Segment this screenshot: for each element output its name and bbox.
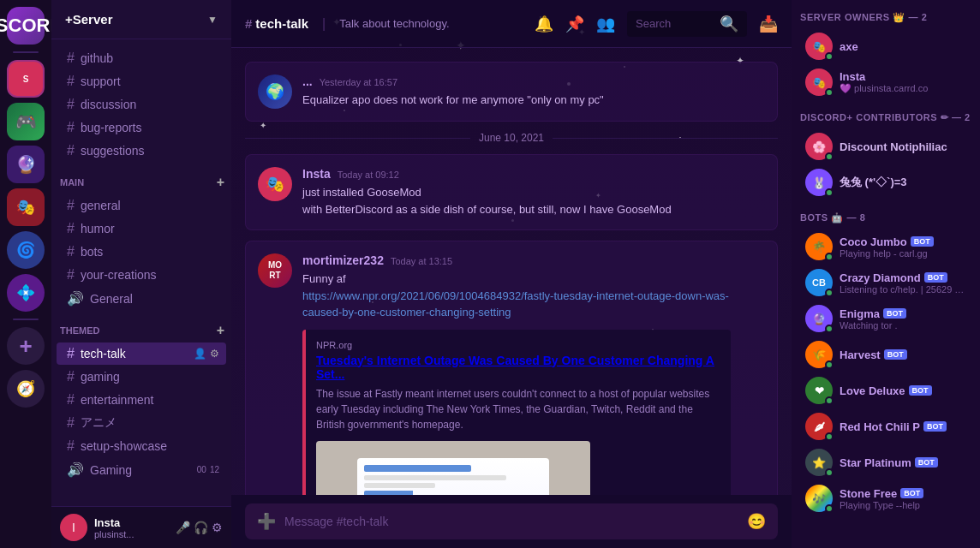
hash-icon: # — [67, 438, 75, 454]
message-body-2: Insta Today at 09:12 just installed Goos… — [302, 167, 765, 217]
screen-bar-1 — [364, 465, 471, 472]
member-item-enigma[interactable]: 🔮 Enigma BOT Watching tor . — [797, 301, 975, 336]
server-icon-6[interactable]: 💠 — [7, 274, 45, 312]
server-header[interactable]: +Server ▼ — [51, 0, 231, 39]
hash-icon: # — [67, 267, 75, 283]
bot-badge-harvest: BOT — [884, 349, 907, 360]
channel-item-github[interactable]: # github — [57, 47, 226, 69]
date-separator: June 10, 2021 — [245, 132, 778, 144]
channel-item-gaming[interactable]: # gaming — [57, 366, 226, 388]
channel-item-general[interactable]: # general — [57, 194, 226, 217]
channel-item-gaming-voice[interactable]: 🔊 Gaming 00 12 — [57, 458, 226, 481]
members-icon[interactable]: 👤 — [194, 348, 206, 360]
pin-icon[interactable]: 📌 — [565, 15, 584, 33]
member-item-star-platinum[interactable]: ⭐ Star Platinum BOT — [797, 445, 975, 480]
category-main-label: main — [60, 177, 84, 188]
server-icon-2[interactable]: 🎮 — [7, 103, 45, 140]
search-input[interactable] — [636, 17, 714, 30]
member-info-love: Love Deluxe BOT — [840, 384, 966, 397]
user-area: I Insta plusinst... 🎤 🎧 ⚙ — [51, 506, 231, 548]
channel-name-general: general — [81, 199, 121, 212]
bell-icon[interactable]: 🔔 — [535, 15, 553, 33]
member-item-stone-free[interactable]: 🎶 Stone Free BOT Playing Type --help — [797, 481, 975, 515]
member-status-stone: Playing Type --help — [840, 500, 966, 510]
member-name-insta: Insta — [840, 70, 966, 83]
member-item-crazy-diamond[interactable]: CB Crazy Diamond BOT Listening to c/help… — [797, 265, 975, 300]
message-body-3: mortimizer232 Today at 13:15 Funny af ht… — [302, 253, 765, 495]
online-indicator-12 — [825, 504, 834, 513]
add-attachment-icon[interactable]: ➕ — [257, 512, 276, 531]
member-name-coco: Coco Jumbo — [840, 235, 907, 248]
settings-icon[interactable]: ⚙ — [212, 521, 223, 534]
member-item-discount[interactable]: 🌸 Discount Notiphiliac — [797, 129, 975, 164]
discord-plus-icon[interactable]: DISCORD+ — [7, 7, 45, 45]
message-input[interactable] — [284, 515, 738, 528]
message-text-3: Funny af https://www.npr.org/2021/06/09/… — [302, 271, 765, 321]
server-icon-4[interactable]: 🎭 — [7, 188, 45, 226]
server-icon-1[interactable]: S — [7, 60, 45, 98]
mic-icon[interactable]: 🎤 — [176, 521, 190, 534]
header-icons: 🔔 📌 👥 🔍 📥 — [535, 11, 778, 37]
member-avatar-red: 🌶 — [805, 413, 833, 440]
server-icon-3[interactable]: 🔮 — [7, 146, 45, 183]
member-avatar-insta: 🎭 — [805, 68, 833, 96]
member-item-bunny[interactable]: 🐰 兔兔 (*'◇`)=3 — [797, 165, 975, 200]
channel-item-support[interactable]: # support — [57, 70, 226, 92]
hash-icon: # — [67, 97, 75, 112]
emoji-icon[interactable]: 😊 — [747, 512, 766, 531]
add-server-button[interactable]: + — [7, 327, 45, 365]
channel-item-bots[interactable]: # bots — [57, 241, 226, 263]
user-avatar: I — [60, 514, 87, 541]
message-avatar-1: 🌍 — [258, 74, 292, 109]
online-indicator-5 — [825, 253, 834, 261]
channel-item-anime[interactable]: # アニメ — [57, 412, 226, 434]
member-info-stone: Stone Free BOT Playing Type --help — [840, 487, 966, 510]
channel-item-entertainment[interactable]: # entertainment — [57, 389, 226, 411]
message-avatar-3: MORT — [258, 253, 292, 288]
message-time-2: Today at 09:12 — [338, 170, 399, 180]
server-icon-5[interactable]: 🌀 — [7, 231, 45, 269]
member-status-coco: Playing help - carl.gg — [840, 248, 966, 259]
member-info-cb: Crazy Diamond BOT Listening to c/help. |… — [840, 271, 966, 295]
channel-item-tech-talk[interactable]: # tech-talk 👤 ⚙ — [57, 342, 226, 365]
member-avatar-discount: 🌸 — [805, 133, 833, 160]
channel-item-setup-showcase[interactable]: # setup-showcase — [57, 435, 226, 457]
member-item-harvest[interactable]: 🌾 Harvest BOT — [797, 337, 975, 372]
search-box[interactable]: 🔍 — [627, 11, 747, 37]
member-item-axe[interactable]: 🎭 axe — [797, 29, 975, 63]
member-item-insta[interactable]: 🎭 Insta 💜 plusinsta.carrd.co — [797, 65, 975, 99]
headphone-icon[interactable]: 🎧 — [194, 521, 208, 534]
member-item-red-hot[interactable]: 🌶 Red Hot Chili P BOT — [797, 409, 975, 444]
members-icon[interactable]: 👥 — [596, 15, 615, 33]
category-themed[interactable]: themed + — [51, 311, 231, 342]
channel-item-general-voice[interactable]: 🔊 General — [57, 287, 226, 310]
channel-item-bug-reports[interactable]: # bug-reports — [57, 116, 226, 139]
gear-icon[interactable]: ⚙ — [210, 348, 219, 360]
explore-button[interactable]: 🧭 — [7, 370, 45, 408]
message-input-box: ➕ 😊 — [245, 503, 778, 539]
npr-link[interactable]: https://www.npr.org/2021/06/09/100468493… — [302, 289, 729, 319]
category-main[interactable]: main + — [51, 163, 231, 194]
channel-item-discussion[interactable]: # discussion — [57, 93, 226, 116]
inbox-icon[interactable]: 📥 — [759, 15, 778, 33]
header-divider: | — [322, 16, 326, 32]
messages-area[interactable]: 🌍 ... Yesterday at 16:57 Equalizer apo d… — [231, 48, 792, 495]
laptop-screen: More confidence. More speed. — [357, 458, 549, 496]
add-channel-icon-2[interactable]: + — [217, 323, 224, 338]
member-info-harvest: Harvest BOT — [840, 348, 966, 361]
member-avatar-love: ❤ — [805, 377, 833, 404]
channel-item-humor[interactable]: # humor — [57, 217, 226, 240]
category-themed-label: themed — [60, 325, 99, 336]
member-info-bunny: 兔兔 (*'◇`)=3 — [840, 175, 966, 190]
message-author-1: ... — [302, 74, 313, 88]
channel-item-suggestions[interactable]: # suggestions — [57, 140, 226, 162]
channel-name-general-voice: General — [90, 292, 133, 306]
member-item-coco-jumbo[interactable]: 🌴 Coco Jumbo BOT Playing help - carl.gg — [797, 229, 975, 264]
message-header-3: mortimizer232 Today at 13:15 — [302, 253, 765, 267]
hash-icon: # — [67, 221, 75, 236]
member-item-love-deluxe[interactable]: ❤ Love Deluxe BOT — [797, 373, 975, 408]
member-avatar-star: ⭐ — [805, 449, 833, 476]
add-channel-icon[interactable]: + — [217, 175, 224, 190]
channel-item-your-creations[interactable]: # your-creations — [57, 264, 226, 286]
preview-title-link[interactable]: Tuesday's Internet Outage Was Caused By … — [316, 354, 714, 381]
